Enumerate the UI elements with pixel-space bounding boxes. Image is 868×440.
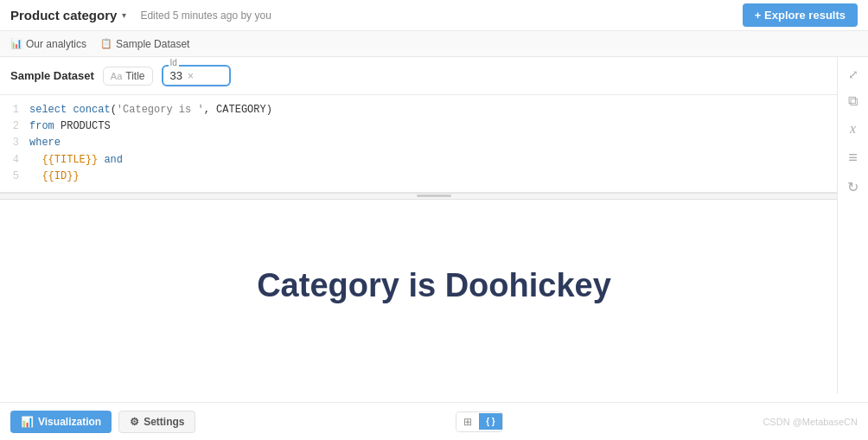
- sql-line-4: 4 {{TITLE}} and: [10, 152, 828, 169]
- sql-code: {{ID}}: [29, 169, 80, 185]
- copy-icon[interactable]: ⧉: [848, 93, 858, 109]
- expand-icon[interactable]: ⤢: [848, 67, 858, 81]
- subnav: 📊 Our analytics 📋 Sample Dataset: [0, 31, 868, 57]
- bottom-bar: 📊 Visualization ⚙ Settings ⊞ { } CSDN @M…: [0, 402, 868, 440]
- watermark: CSDN @MetabaseCN: [763, 417, 858, 427]
- sql-line-2: 2 from PRODUCTS: [10, 118, 828, 135]
- id-filter-value: 33: [170, 69, 182, 82]
- result-area: Category is Doohickey: [0, 200, 868, 373]
- id-filter-inner[interactable]: 33 ×: [162, 65, 231, 86]
- title-type-icon: Aa: [111, 71, 122, 81]
- visualization-label: Visualization: [38, 416, 101, 428]
- header: Product category ▾ Edited 5 minutes ago …: [0, 0, 868, 31]
- dataset-button[interactable]: Sample Dataset: [10, 69, 94, 82]
- bottom-center: ⊞ { }: [195, 411, 763, 432]
- page-title: Product category: [10, 8, 117, 22]
- title-area: Product category ▾ Edited 5 minutes ago …: [10, 8, 271, 22]
- sql-code: from PRODUCTS: [29, 118, 111, 135]
- settings-label: Settings: [144, 416, 184, 428]
- id-filter-label: Id: [169, 58, 179, 67]
- subnav-label-dataset: Sample Dataset: [116, 38, 189, 50]
- sql-view-button[interactable]: { }: [479, 413, 502, 430]
- variable-icon[interactable]: x: [850, 121, 856, 137]
- analytics-icon: 📊: [10, 38, 22, 49]
- query-area: Sample Dataset Aa Title Id 33 × 1 select…: [0, 57, 868, 193]
- line-number: 3: [10, 135, 19, 151]
- line-number: 1: [10, 102, 19, 118]
- line-number: 4: [10, 152, 19, 169]
- drag-dots: [417, 194, 451, 197]
- filter-row: Sample Dataset Aa Title Id 33 ×: [0, 57, 868, 95]
- id-filter-clear-button[interactable]: ×: [188, 71, 194, 81]
- sql-line-5: 5 {{ID}}: [10, 169, 828, 185]
- line-number: 5: [10, 169, 19, 185]
- subnav-label-analytics: Our analytics: [26, 38, 86, 50]
- dataset-icon: 📋: [100, 38, 112, 49]
- bottom-left: 📊 Visualization ⚙ Settings: [10, 411, 195, 433]
- id-filter-pill: Id 33 ×: [162, 65, 231, 86]
- sql-line-1: 1 select concat('Category is ', CATEGORY…: [10, 102, 828, 118]
- subnav-item-analytics[interactable]: 📊 Our analytics: [10, 38, 86, 50]
- title-dropdown-icon[interactable]: ▾: [122, 10, 126, 20]
- result-text: Category is Doohickey: [257, 267, 611, 304]
- sql-line-3: 3 where: [10, 135, 828, 151]
- settings-tab[interactable]: ⚙ Settings: [118, 411, 195, 433]
- refresh-icon[interactable]: ↻: [847, 179, 858, 195]
- explore-results-button[interactable]: + Explore results: [743, 3, 858, 27]
- settings-icon: ⚙: [130, 416, 139, 428]
- drag-handle[interactable]: [0, 193, 868, 200]
- view-toggle: ⊞ { }: [456, 411, 503, 432]
- menu-icon[interactable]: ≡: [848, 149, 858, 167]
- visualization-tab[interactable]: 📊 Visualization: [10, 411, 112, 433]
- title-filter-pill[interactable]: Aa Title: [103, 67, 153, 86]
- title-filter-label: Title: [125, 70, 144, 82]
- sql-editor[interactable]: 1 select concat('Category is ', CATEGORY…: [0, 95, 868, 192]
- right-icons-panel: ⤢ ⧉ x ≡ ↻: [837, 57, 868, 393]
- grid-view-button[interactable]: ⊞: [456, 412, 479, 431]
- sql-code: where: [29, 135, 61, 151]
- sql-code: {{TITLE}} and: [29, 152, 123, 169]
- line-number: 2: [10, 118, 19, 135]
- visualization-icon: 📊: [21, 416, 34, 428]
- subnav-item-dataset[interactable]: 📋 Sample Dataset: [100, 38, 189, 50]
- sql-code: select concat('Category is ', CATEGORY): [29, 102, 272, 118]
- edit-timestamp: Edited 5 minutes ago by you: [140, 10, 271, 22]
